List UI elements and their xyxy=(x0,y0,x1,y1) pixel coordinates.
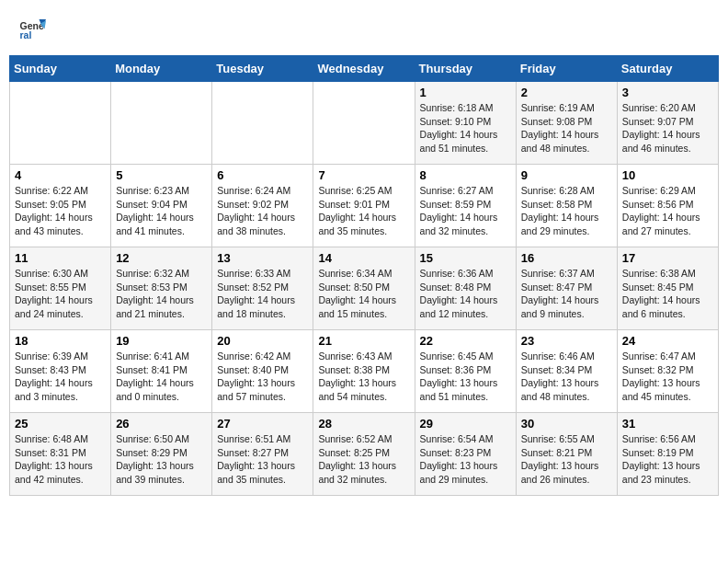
day-info: Sunrise: 6:43 AMSunset: 8:38 PMDaylight:… xyxy=(318,350,409,404)
day-info: Sunrise: 6:23 AMSunset: 9:04 PMDaylight:… xyxy=(116,184,207,238)
calendar-cell: 31Sunrise: 6:56 AMSunset: 8:19 PMDayligh… xyxy=(617,413,718,496)
calendar-cell: 27Sunrise: 6:51 AMSunset: 8:27 PMDayligh… xyxy=(212,413,313,496)
day-info: Sunrise: 6:18 AMSunset: 9:10 PMDaylight:… xyxy=(420,101,511,155)
day-info: Sunrise: 6:39 AMSunset: 8:43 PMDaylight:… xyxy=(15,350,106,404)
day-info: Sunrise: 6:27 AMSunset: 8:59 PMDaylight:… xyxy=(420,184,511,238)
day-info: Sunrise: 6:34 AMSunset: 8:50 PMDaylight:… xyxy=(318,267,409,321)
day-number: 27 xyxy=(217,417,308,431)
day-number: 10 xyxy=(622,168,713,182)
day-info: Sunrise: 6:48 AMSunset: 8:31 PMDaylight:… xyxy=(15,432,106,487)
calendar-cell: 15Sunrise: 6:36 AMSunset: 8:48 PMDayligh… xyxy=(415,247,516,330)
calendar-week-row: 25Sunrise: 6:48 AMSunset: 8:31 PMDayligh… xyxy=(10,413,719,496)
calendar-cell: 1Sunrise: 6:18 AMSunset: 9:10 PMDaylight… xyxy=(415,82,516,165)
calendar-cell: 12Sunrise: 6:32 AMSunset: 8:53 PMDayligh… xyxy=(111,247,212,330)
day-info: Sunrise: 6:33 AMSunset: 8:52 PMDaylight:… xyxy=(217,267,308,321)
calendar-cell: 30Sunrise: 6:55 AMSunset: 8:21 PMDayligh… xyxy=(516,413,617,496)
day-number: 21 xyxy=(318,334,409,348)
calendar-cell: 5Sunrise: 6:23 AMSunset: 9:04 PMDaylight… xyxy=(111,165,212,247)
day-number: 4 xyxy=(15,168,106,182)
calendar-cell: 18Sunrise: 6:39 AMSunset: 8:43 PMDayligh… xyxy=(10,330,111,413)
day-info: Sunrise: 6:42 AMSunset: 8:40 PMDaylight:… xyxy=(217,350,308,404)
calendar-table: SundayMondayTuesdayWednesdayThursdayFrid… xyxy=(9,55,719,496)
calendar-cell: 3Sunrise: 6:20 AMSunset: 9:07 PMDaylight… xyxy=(617,82,718,165)
day-info: Sunrise: 6:56 AMSunset: 8:19 PMDaylight:… xyxy=(622,432,713,487)
day-info: Sunrise: 6:52 AMSunset: 8:25 PMDaylight:… xyxy=(318,432,409,487)
day-info: Sunrise: 6:25 AMSunset: 9:01 PMDaylight:… xyxy=(318,184,409,238)
calendar-cell: 2Sunrise: 6:19 AMSunset: 9:08 PMDaylight… xyxy=(516,82,617,165)
day-number: 2 xyxy=(521,86,612,99)
calendar-cell: 13Sunrise: 6:33 AMSunset: 8:52 PMDayligh… xyxy=(212,247,313,330)
page-header: Gene ral xyxy=(9,9,719,46)
day-number: 16 xyxy=(521,251,612,265)
calendar-cell: 14Sunrise: 6:34 AMSunset: 8:50 PMDayligh… xyxy=(313,247,415,330)
day-info: Sunrise: 6:54 AMSunset: 8:23 PMDaylight:… xyxy=(420,432,511,487)
day-number: 7 xyxy=(318,168,409,182)
calendar-cell xyxy=(10,82,111,165)
calendar-cell: 22Sunrise: 6:45 AMSunset: 8:36 PMDayligh… xyxy=(415,330,516,413)
day-info: Sunrise: 6:24 AMSunset: 9:02 PMDaylight:… xyxy=(217,184,308,238)
day-number: 6 xyxy=(217,168,308,182)
calendar-week-row: 1Sunrise: 6:18 AMSunset: 9:10 PMDaylight… xyxy=(10,82,719,165)
col-header-wednesday: Wednesday xyxy=(313,56,415,82)
col-header-thursday: Thursday xyxy=(415,56,516,82)
calendar-cell: 29Sunrise: 6:54 AMSunset: 8:23 PMDayligh… xyxy=(415,413,516,496)
calendar-header-row: SundayMondayTuesdayWednesdayThursdayFrid… xyxy=(10,56,719,82)
calendar-week-row: 11Sunrise: 6:30 AMSunset: 8:55 PMDayligh… xyxy=(10,247,719,330)
day-number: 31 xyxy=(622,417,713,431)
day-info: Sunrise: 6:29 AMSunset: 8:56 PMDaylight:… xyxy=(622,184,713,238)
calendar-cell: 10Sunrise: 6:29 AMSunset: 8:56 PMDayligh… xyxy=(617,165,718,247)
calendar-cell: 16Sunrise: 6:37 AMSunset: 8:47 PMDayligh… xyxy=(516,247,617,330)
day-info: Sunrise: 6:32 AMSunset: 8:53 PMDaylight:… xyxy=(116,267,207,321)
day-number: 12 xyxy=(116,251,207,265)
day-number: 20 xyxy=(217,334,308,348)
calendar-cell: 8Sunrise: 6:27 AMSunset: 8:59 PMDaylight… xyxy=(415,165,516,247)
calendar-cell: 21Sunrise: 6:43 AMSunset: 8:38 PMDayligh… xyxy=(313,330,415,413)
calendar-week-row: 4Sunrise: 6:22 AMSunset: 9:05 PMDaylight… xyxy=(10,165,719,247)
calendar-cell: 24Sunrise: 6:47 AMSunset: 8:32 PMDayligh… xyxy=(617,330,718,413)
day-number: 15 xyxy=(420,251,511,265)
day-info: Sunrise: 6:38 AMSunset: 8:45 PMDaylight:… xyxy=(622,267,713,321)
day-info: Sunrise: 6:47 AMSunset: 8:32 PMDaylight:… xyxy=(622,350,713,404)
day-number: 30 xyxy=(521,417,612,431)
day-info: Sunrise: 6:55 AMSunset: 8:21 PMDaylight:… xyxy=(521,432,612,487)
day-number: 29 xyxy=(420,417,511,431)
calendar-cell: 6Sunrise: 6:24 AMSunset: 9:02 PMDaylight… xyxy=(212,165,313,247)
day-info: Sunrise: 6:50 AMSunset: 8:29 PMDaylight:… xyxy=(116,432,207,487)
calendar-week-row: 18Sunrise: 6:39 AMSunset: 8:43 PMDayligh… xyxy=(10,330,719,413)
day-number: 24 xyxy=(622,334,713,348)
calendar-cell xyxy=(111,82,212,165)
day-info: Sunrise: 6:37 AMSunset: 8:47 PMDaylight:… xyxy=(521,267,612,321)
day-number: 11 xyxy=(15,251,106,265)
calendar-cell xyxy=(212,82,313,165)
day-info: Sunrise: 6:46 AMSunset: 8:34 PMDaylight:… xyxy=(521,350,612,404)
day-number: 17 xyxy=(622,251,713,265)
logo: Gene ral xyxy=(18,14,50,41)
day-info: Sunrise: 6:22 AMSunset: 9:05 PMDaylight:… xyxy=(15,184,106,238)
calendar-cell: 23Sunrise: 6:46 AMSunset: 8:34 PMDayligh… xyxy=(516,330,617,413)
calendar-cell: 25Sunrise: 6:48 AMSunset: 8:31 PMDayligh… xyxy=(10,413,111,496)
day-number: 25 xyxy=(15,417,106,431)
svg-text:ral: ral xyxy=(20,29,32,40)
day-info: Sunrise: 6:19 AMSunset: 9:08 PMDaylight:… xyxy=(521,101,612,155)
day-info: Sunrise: 6:45 AMSunset: 8:36 PMDaylight:… xyxy=(420,350,511,404)
calendar-cell: 26Sunrise: 6:50 AMSunset: 8:29 PMDayligh… xyxy=(111,413,212,496)
day-number: 5 xyxy=(116,168,207,182)
day-number: 9 xyxy=(521,168,612,182)
day-number: 28 xyxy=(318,417,409,431)
calendar-cell: 20Sunrise: 6:42 AMSunset: 8:40 PMDayligh… xyxy=(212,330,313,413)
logo-icon: Gene ral xyxy=(18,14,46,41)
day-number: 3 xyxy=(622,86,713,99)
day-number: 19 xyxy=(116,334,207,348)
day-info: Sunrise: 6:36 AMSunset: 8:48 PMDaylight:… xyxy=(420,267,511,321)
calendar-cell: 9Sunrise: 6:28 AMSunset: 8:58 PMDaylight… xyxy=(516,165,617,247)
day-info: Sunrise: 6:51 AMSunset: 8:27 PMDaylight:… xyxy=(217,432,308,487)
calendar-cell: 11Sunrise: 6:30 AMSunset: 8:55 PMDayligh… xyxy=(10,247,111,330)
day-number: 8 xyxy=(420,168,511,182)
calendar-cell xyxy=(313,82,415,165)
calendar-cell: 28Sunrise: 6:52 AMSunset: 8:25 PMDayligh… xyxy=(313,413,415,496)
day-info: Sunrise: 6:30 AMSunset: 8:55 PMDaylight:… xyxy=(15,267,106,321)
day-number: 22 xyxy=(420,334,511,348)
day-number: 26 xyxy=(116,417,207,431)
calendar-cell: 4Sunrise: 6:22 AMSunset: 9:05 PMDaylight… xyxy=(10,165,111,247)
day-info: Sunrise: 6:20 AMSunset: 9:07 PMDaylight:… xyxy=(622,101,713,155)
